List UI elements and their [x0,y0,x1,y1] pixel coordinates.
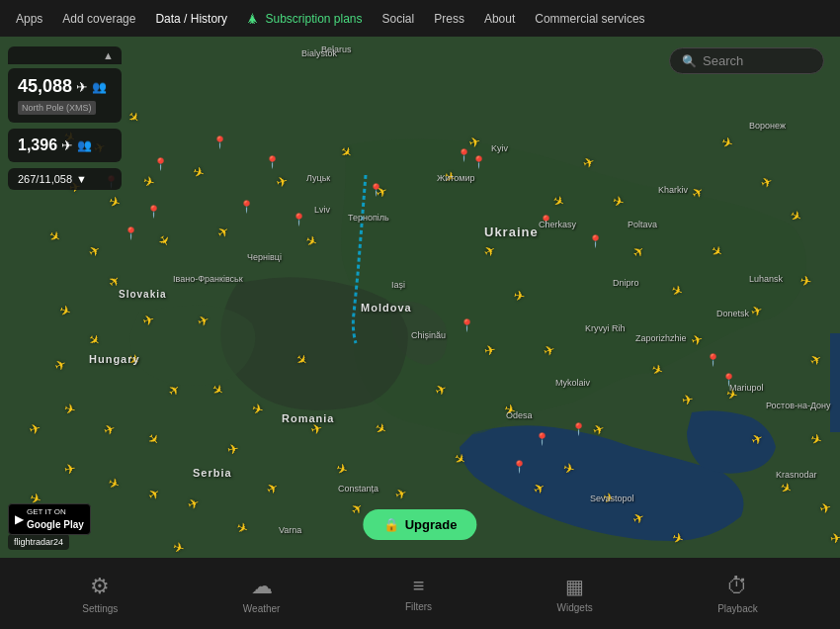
settings-icon: ⚙ [90,574,110,599]
location-pin-2: 📍 [369,183,383,197]
nav-about[interactable]: About [476,8,523,30]
bottom-toolbar: ⚙ Settings ☁ Weather ≡ Filters ▦ Widgets… [0,558,840,629]
location-pin-0: 📍 [457,148,471,162]
widgets-icon: ▦ [565,575,584,598]
plane-icon-59: ✈ [799,273,813,289]
search-container[interactable]: 🔍 [669,47,824,74]
nav-apps[interactable]: Apps [8,8,50,30]
map-container[interactable]: ✈✈✈✈✈✈✈✈✈✈✈✈✈✈✈✈✈✈✈✈✈✈✈✈✈✈✈✈✈✈✈✈✈✈✈✈✈✈✈✈… [0,37,840,558]
people-icon2: 👥 [77,138,92,152]
play-icon: ▶ [15,512,24,526]
nav-press[interactable]: Press [426,8,472,30]
location-pin-18: 📍 [512,460,527,474]
nav-commercial[interactable]: Commercial services [527,8,652,30]
people-icon: 👥 [92,80,107,94]
location-pin-13: 📍 [588,234,603,248]
plane-icon-66: ✈ [681,392,695,407]
nav-social[interactable]: Social [375,8,423,30]
plane-icon-80: ✈ [829,530,840,546]
location-pin-7: 📍 [212,135,227,149]
toolbar-playback[interactable]: ⏱ Playback [702,566,774,622]
weather-icon: ☁ [251,574,273,599]
search-input[interactable] [703,53,811,68]
plane-icon: ✈ [76,79,88,95]
playback-icon: ⏱ [726,574,748,599]
toolbar-filters[interactable]: ≡ Filters [389,567,448,620]
location-pin-16: 📍 [571,422,586,436]
panel-collapse-button[interactable]: ▲ [8,46,122,64]
toolbar-weather[interactable]: ☁ Weather [227,566,296,622]
airports-stat-card: 1,396 ✈ 👥 [8,129,122,162]
location-pin-17: 📍 [535,432,549,446]
search-icon: 🔍 [682,54,697,68]
chevron-up-icon: ▲ [103,49,114,61]
google-play-badge[interactable]: ▶ GET IT ONGoogle Play [8,503,91,535]
nav-add-coverage[interactable]: Add coverage [54,8,143,30]
nav-subscription[interactable]: 🛦 Subscription plans [239,8,370,30]
toolbar-settings[interactable]: ⚙ Settings [66,566,133,622]
location-pin-12: 📍 [539,215,553,228]
location-pin-10: 📍 [292,213,306,226]
plane-icon-75: ✈ [513,288,527,304]
airports-count: 1,396 [18,136,57,154]
top-navigation: Apps Add coverage Data / History 🛦 Subsc… [0,0,840,37]
chevron-down-icon: ▼ [76,173,87,185]
location-pin-5: 📍 [124,226,138,240]
location-pin-14: 📍 [706,353,720,367]
toolbar-widgets[interactable]: ▦ Widgets [542,567,609,621]
filter-icon: ≡ [413,575,425,597]
subscription-icon: 🛦 [247,12,259,26]
location-pin-11: 📍 [460,318,474,332]
location-pin-1: 📍 [471,155,486,169]
location-pin-3: 📍 [146,205,161,219]
airport-icon: ✈ [61,137,73,153]
counter-value: 267/11,058 [18,173,72,185]
upgrade-button[interactable]: 🔒 Upgrade [364,509,477,540]
location-pin-8: 📍 [239,200,254,214]
lock-icon: 🔒 [383,517,399,532]
fr-logo: flightradar24 [8,534,69,550]
plane-icon-19: ✈ [63,461,77,477]
north-pole-label: North Pole (XMS) [18,101,96,115]
flights-total: 45,088 [18,76,72,97]
counter-card: 267/11,058 ▼ [8,168,122,190]
plane-icon-27: ✈ [226,441,240,457]
left-panel: ▲ 45,088 ✈ 👥 North Pole (XMS) 1,396 ✈ 👥 … [8,46,122,190]
nav-data-history[interactable]: Data / History [147,8,235,30]
location-pin-15: 📍 [721,373,736,387]
flights-stat-card: 45,088 ✈ 👥 North Pole (XMS) [8,68,122,123]
location-pin-9: 📍 [265,155,280,169]
location-pin-6: 📍 [153,157,168,171]
plane-icon-40: ✈ [483,342,497,358]
